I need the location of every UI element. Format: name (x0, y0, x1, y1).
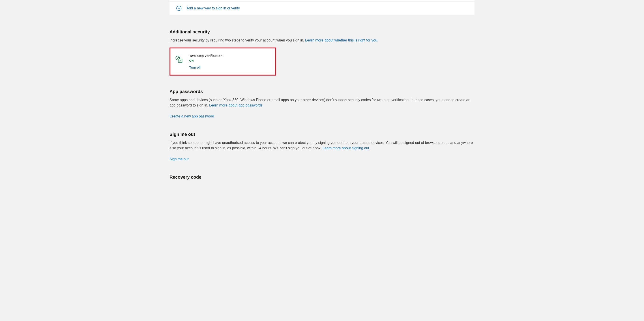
add-icon (176, 6, 182, 11)
app-passwords-title: App passwords (170, 89, 474, 94)
two-step-verification-title: Two-step verification (189, 54, 222, 58)
two-step-verification-content: Two-step verification ON Turn off (189, 54, 222, 69)
sign-me-out-link[interactable]: Sign me out (170, 157, 188, 161)
additional-security-desc: Increase your security by requiring two … (170, 38, 474, 43)
recovery-code-section: Recovery code (170, 175, 474, 180)
additional-security-section: Additional security Increase your securi… (170, 29, 474, 76)
create-app-password-link[interactable]: Create a new app password (170, 114, 214, 118)
svg-rect-4 (178, 59, 182, 62)
app-passwords-learn-more-link[interactable]: Learn more about app passwords. (209, 103, 264, 107)
add-signin-method-row[interactable]: Add a new way to sign in or verify (170, 2, 474, 15)
sign-me-out-section: Sign me out If you think someone might h… (170, 132, 474, 161)
recovery-code-title: Recovery code (170, 175, 474, 180)
sign-me-out-learn-more-link[interactable]: Learn more about signing out. (322, 146, 370, 150)
add-signin-method-link[interactable]: Add a new way to sign in or verify (186, 6, 240, 10)
app-passwords-section: App passwords Some apps and devices (suc… (170, 89, 474, 118)
sign-me-out-title: Sign me out (170, 132, 474, 137)
sign-me-out-desc-text: If you think someone might have unauthor… (170, 141, 473, 150)
additional-security-desc-text: Increase your security by requiring two … (170, 38, 305, 42)
additional-security-title: Additional security (170, 29, 474, 35)
additional-security-learn-more-link[interactable]: Learn more about whether this is right f… (305, 38, 378, 42)
two-step-verification-icon (175, 55, 184, 64)
sign-me-out-desc: If you think someone might have unauthor… (170, 140, 474, 151)
two-step-verification-status: ON (189, 59, 222, 62)
app-passwords-desc: Some apps and devices (such as Xbox 360,… (170, 97, 474, 108)
previous-card-edge (170, 0, 474, 1)
two-step-verification-turn-off-link[interactable]: Turn off (189, 66, 222, 69)
two-step-verification-card: Two-step verification ON Turn off (170, 48, 276, 76)
